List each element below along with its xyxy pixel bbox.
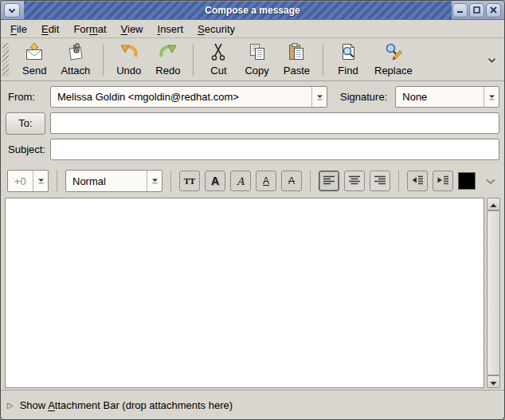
combo-arrow-icon (33, 171, 48, 191)
arrow-down-icon (490, 376, 497, 388)
format-separator (170, 171, 171, 191)
copy-icon (248, 42, 267, 64)
show-attachment-bar[interactable]: ▷ Show Attachment Bar (drop attachments … (1, 390, 504, 419)
subject-label: Subject: (6, 143, 45, 155)
underline-glyph: A (263, 175, 269, 186)
to-button[interactable]: To: (6, 112, 45, 135)
from-row: From: Melissa Goldin <mgoldin@redhat.com… (6, 85, 499, 108)
header-fields: From: Melissa Goldin <mgoldin@redhat.com… (1, 81, 504, 164)
main-toolbar: Send Attach Undo (1, 38, 504, 81)
replace-label: Replace (374, 65, 413, 77)
bold-toggle[interactable]: A (205, 171, 225, 191)
align-left-icon (323, 175, 335, 188)
align-left-toggle[interactable] (319, 171, 339, 191)
format-separator (57, 171, 57, 191)
redo-label: Redo (155, 65, 180, 77)
align-center-toggle[interactable] (344, 171, 365, 191)
menu-item-security[interactable]: Security (191, 22, 241, 37)
font-size-value: +0 (8, 171, 33, 191)
cut-button[interactable]: Cut (199, 39, 237, 80)
bold-glyph: A (211, 175, 219, 187)
unindent-button[interactable] (407, 171, 428, 191)
to-input[interactable] (50, 112, 499, 134)
undo-label: Undo (116, 65, 141, 77)
font-color-swatch[interactable] (458, 172, 476, 190)
window-controls (452, 3, 501, 18)
menu-item-edit[interactable]: Edit (35, 22, 65, 37)
arrow-up-icon (490, 198, 497, 210)
paste-icon (287, 42, 306, 64)
toolbar-separator (323, 44, 323, 76)
toolbar-grip-handle[interactable] (2, 43, 9, 77)
vertical-scrollbar[interactable] (487, 198, 500, 388)
toolbar-separator (103, 44, 104, 76)
from-label: From: (6, 91, 45, 103)
typewriter-toggle[interactable]: TT (179, 171, 200, 191)
send-button[interactable]: Send (15, 39, 53, 80)
signature-value: None (396, 87, 483, 107)
message-body-area (1, 198, 504, 390)
compose-window: Compose a message File Edit Format (0, 0, 505, 420)
redo-button[interactable]: Redo (148, 39, 187, 80)
maximize-button[interactable] (469, 3, 484, 18)
redo-icon (159, 42, 178, 64)
find-label: Find (338, 65, 358, 77)
send-label: Send (22, 65, 46, 77)
paragraph-style-value: Normal (66, 171, 147, 191)
undo-button[interactable]: Undo (109, 39, 148, 80)
minimize-button[interactable] (452, 3, 468, 18)
signature-select[interactable]: None (395, 86, 499, 108)
scrollbar-thumb[interactable] (487, 210, 500, 375)
strikethrough-toggle[interactable]: A (281, 171, 302, 191)
strikethrough-glyph: A (288, 175, 295, 186)
subject-row: Subject: (6, 138, 499, 161)
toolbar-separator (193, 44, 194, 76)
chevron-down-icon (485, 175, 496, 187)
replace-icon (384, 42, 403, 64)
combo-arrow-icon (483, 87, 499, 107)
attach-label: Attach (61, 65, 90, 77)
window-menu-button[interactable] (4, 3, 20, 18)
align-right-icon (374, 175, 386, 188)
format-separator (398, 171, 399, 191)
send-icon (25, 42, 44, 64)
format-separator (310, 171, 311, 191)
paste-button[interactable]: Paste (276, 39, 317, 80)
titlebar[interactable]: Compose a message (1, 1, 504, 20)
menu-item-file[interactable]: File (4, 22, 33, 37)
align-center-icon (348, 175, 361, 188)
message-body-input[interactable] (5, 198, 484, 388)
attach-icon (66, 42, 85, 64)
paste-label: Paste (284, 65, 310, 77)
indent-button[interactable] (433, 171, 453, 191)
close-button[interactable] (486, 3, 501, 18)
typewriter-glyph: TT (184, 177, 196, 186)
copy-button[interactable]: Copy (237, 39, 276, 80)
cut-label: Cut (210, 65, 226, 77)
chevron-down-icon (8, 4, 16, 16)
toolbar-overflow-button[interactable] (484, 50, 499, 69)
from-select[interactable]: Melissa Goldin <mgoldin@redhat.com> (50, 86, 327, 108)
from-value: Melissa Goldin <mgoldin@redhat.com> (51, 87, 311, 107)
menu-item-insert[interactable]: Insert (151, 22, 190, 37)
titlebar-stripes (24, 1, 452, 19)
align-right-toggle[interactable] (370, 171, 390, 191)
format-overflow-button[interactable] (483, 174, 498, 189)
menu-item-view[interactable]: View (115, 22, 150, 37)
font-size-select[interactable]: +0 (7, 170, 49, 192)
combo-arrow-icon (147, 171, 162, 191)
subject-input[interactable] (50, 139, 499, 160)
italic-toggle[interactable]: A (230, 171, 251, 191)
paragraph-style-select[interactable]: Normal (65, 170, 162, 192)
attachment-bar-label: Show Attachment Bar (drop attachments he… (20, 399, 233, 411)
underline-toggle[interactable]: A (256, 171, 276, 191)
find-button[interactable]: Find (329, 39, 367, 80)
format-toolbar: +0 Normal TT A A A A (1, 164, 504, 198)
cut-icon (209, 42, 228, 64)
menu-item-format[interactable]: Format (67, 22, 112, 37)
scroll-up-button[interactable] (487, 198, 500, 210)
replace-button[interactable]: Replace (367, 39, 420, 80)
scroll-down-button[interactable] (487, 375, 500, 388)
find-icon (339, 42, 358, 64)
attach-button[interactable]: Attach (53, 39, 97, 80)
